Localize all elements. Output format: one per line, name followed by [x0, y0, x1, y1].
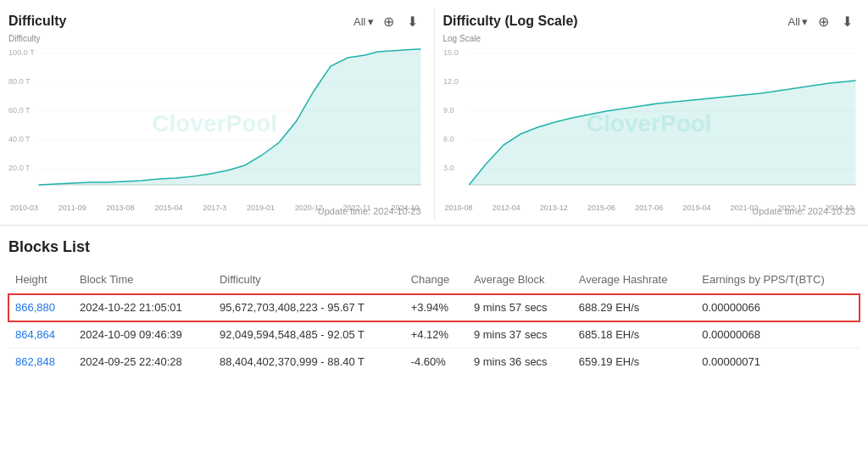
- cell-change: -4.60%: [404, 349, 467, 376]
- svg-text:80.0 T: 80.0 T: [8, 77, 31, 86]
- right-y-label: Log Scale: [443, 34, 856, 43]
- col-header-avg-block: Average Block: [467, 269, 572, 294]
- col-header-height: Height: [8, 269, 73, 294]
- right-download-icon[interactable]: ⬇: [838, 13, 855, 30]
- svg-text:20.0 T: 20.0 T: [8, 164, 31, 172]
- cell-avg-hashrate: 688.29 EH/s: [572, 294, 695, 321]
- svg-text:6.0: 6.0: [443, 135, 454, 143]
- right-x-axis: 2010-08 2012-04 2013-12 2015-06 2017-06 …: [443, 204, 856, 212]
- cell-change: +4.12%: [404, 321, 467, 349]
- svg-text:9.0: 9.0: [443, 106, 454, 114]
- difficulty-chart: Difficulty All ▾ ⊕ ⬇ Difficulty CloverPo…: [0, 8, 434, 220]
- cell-height[interactable]: 862,848: [8, 349, 73, 376]
- right-chart-title: Difficulty (Log Scale): [443, 14, 578, 29]
- cell-difficulty: 92,049,594,548,485 - 92.05 T: [213, 321, 404, 349]
- col-header-earnings: Earnings by PPS/T(BTC): [695, 269, 860, 294]
- blocks-list-section: Blocks List Height Block Time Difficulty…: [0, 226, 868, 383]
- cell-earnings: 0.00000068: [695, 321, 860, 349]
- table-row: 864,864 2024-10-09 09:46:39 92,049,594,5…: [8, 321, 860, 349]
- col-header-avg-hashrate: Average Hashrate: [572, 269, 695, 294]
- left-y-label: Difficulty: [8, 34, 421, 43]
- right-chart-svg-wrap: CloverPool 15.0 12.0 9.0 6.0 3.0: [443, 45, 856, 202]
- table-header-row: Height Block Time Difficulty Change Aver…: [8, 269, 860, 294]
- col-header-block-time: Block Time: [73, 269, 213, 294]
- right-zoom-icon[interactable]: ⊕: [815, 13, 832, 30]
- cell-earnings: 0.00000066: [695, 294, 860, 321]
- left-zoom-icon[interactable]: ⊕: [381, 13, 398, 30]
- cell-height[interactable]: 866,880: [8, 294, 73, 321]
- svg-text:100.0 T: 100.0 T: [8, 48, 35, 57]
- cell-difficulty: 95,672,703,408,223 - 95.67 T: [213, 294, 404, 321]
- cell-avg-hashrate: 659.19 EH/s: [572, 349, 695, 376]
- table-row: 862,848 2024-09-25 22:40:28 88,404,402,3…: [8, 349, 860, 376]
- cell-block-time: 2024-09-25 22:40:28: [73, 349, 213, 376]
- cell-change: +3.94%: [404, 294, 467, 321]
- chevron-down-icon: ▾: [802, 15, 808, 28]
- cell-avg-block: 9 mins 37 secs: [467, 321, 572, 349]
- blocks-list-title: Blocks List: [8, 238, 860, 256]
- left-chart-svg-wrap: CloverPool 100.0 T 80.0 T 60.0 T 40.0 T …: [8, 45, 421, 202]
- left-chart-title: Difficulty: [8, 14, 66, 29]
- cell-block-time: 2024-10-09 09:46:39: [73, 321, 213, 349]
- svg-text:60.0 T: 60.0 T: [8, 106, 31, 114]
- cell-avg-hashrate: 685.18 EH/s: [572, 321, 695, 349]
- right-range-button[interactable]: All ▾: [788, 15, 808, 28]
- cell-avg-block: 9 mins 57 secs: [467, 294, 572, 321]
- difficulty-log-chart: Difficulty (Log Scale) All ▾ ⊕ ⬇ Log Sca…: [434, 8, 869, 220]
- left-download-icon[interactable]: ⬇: [404, 13, 421, 30]
- svg-text:15.0: 15.0: [443, 48, 459, 57]
- blocks-table: Height Block Time Difficulty Change Aver…: [8, 269, 860, 375]
- cell-block-time: 2024-10-22 21:05:01: [73, 294, 213, 321]
- left-range-button[interactable]: All ▾: [353, 15, 373, 28]
- col-header-change: Change: [404, 269, 467, 294]
- svg-text:12.0: 12.0: [443, 77, 459, 86]
- left-x-axis: 2010-03 2011-09 2013-08 2015-04 2017-3 2…: [8, 204, 421, 212]
- chevron-down-icon: ▾: [368, 15, 374, 28]
- cell-avg-block: 9 mins 36 secs: [467, 349, 572, 376]
- svg-text:3.0: 3.0: [443, 164, 454, 172]
- cell-height[interactable]: 864,864: [8, 321, 73, 349]
- cell-difficulty: 88,404,402,370,999 - 88.40 T: [213, 349, 404, 376]
- cell-earnings: 0.00000071: [695, 349, 860, 376]
- svg-text:40.0 T: 40.0 T: [8, 135, 31, 143]
- table-row: 866,880 2024-10-22 21:05:01 95,672,703,4…: [8, 294, 860, 321]
- col-header-difficulty: Difficulty: [213, 269, 404, 294]
